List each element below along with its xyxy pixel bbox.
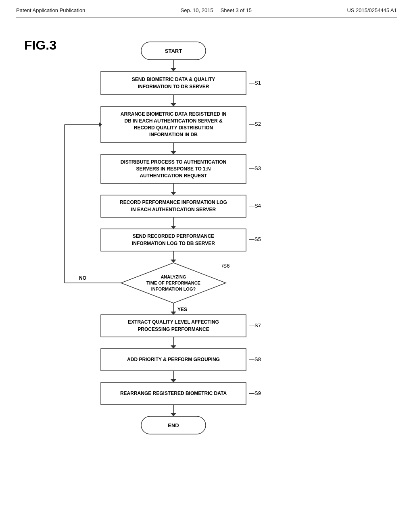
svg-marker-48 bbox=[171, 312, 176, 315]
svg-marker-31 bbox=[171, 226, 176, 229]
svg-text:YES: YES bbox=[177, 307, 187, 312]
svg-text:SEND BIOMETRIC DATA & QUALITY: SEND BIOMETRIC DATA & QUALITY bbox=[132, 77, 215, 82]
svg-text:NO: NO bbox=[79, 275, 86, 281]
svg-marker-55 bbox=[171, 345, 176, 349]
svg-text:TIME OF PERFORMANCE: TIME OF PERFORMANCE bbox=[146, 281, 200, 285]
header-left: Patent Application Publication bbox=[16, 7, 85, 13]
svg-marker-3 bbox=[171, 68, 176, 71]
svg-text:INFORMATION LOG TO DB SERVER: INFORMATION LOG TO DB SERVER bbox=[132, 241, 215, 246]
svg-marker-9 bbox=[171, 103, 176, 106]
svg-text:DISTRIBUTE PROCESS TO AUTHENTI: DISTRIBUTE PROCESS TO AUTHENTICATION bbox=[121, 159, 226, 165]
svg-marker-18 bbox=[171, 151, 176, 154]
flowchart-svg: START SEND BIOMETRIC DATA & QUALITY INFO… bbox=[24, 34, 387, 505]
svg-marker-25 bbox=[171, 192, 176, 195]
header-date: Sep. 10, 2015 bbox=[181, 7, 213, 13]
svg-text:IN EACH AUTHENTICATION SERVER: IN EACH AUTHENTICATION SERVER bbox=[131, 207, 216, 212]
svg-text:SEND RECORDED PERFORMANCE: SEND RECORDED PERFORMANCE bbox=[133, 233, 215, 239]
svg-rect-26 bbox=[101, 195, 246, 217]
svg-text:AUTHENTICATION REQUEST: AUTHENTICATION REQUEST bbox=[140, 173, 207, 179]
svg-text:—S8: —S8 bbox=[249, 356, 261, 362]
diagram-area: FIG.3 START SEND BIOMETRIC DATA & QUALIT… bbox=[0, 18, 413, 519]
svg-text:EXTRACT QUALITY LEVEL AFFECTIN: EXTRACT QUALITY LEVEL AFFECTING bbox=[128, 319, 219, 325]
svg-text:—S5: —S5 bbox=[249, 236, 261, 242]
svg-text:PROCESSING PERFORMANCE: PROCESSING PERFORMANCE bbox=[138, 326, 209, 332]
svg-text:—S9: —S9 bbox=[249, 390, 261, 396]
svg-text:SERVERS IN RESPONSE TO 1:N: SERVERS IN RESPONSE TO 1:N bbox=[136, 166, 211, 172]
svg-text:/S6: /S6 bbox=[222, 263, 230, 269]
page-header: Patent Application Publication Sep. 10, … bbox=[0, 0, 413, 17]
svg-text:—S2: —S2 bbox=[249, 121, 261, 127]
svg-text:RECORD PERFORMANCE INFORMATION: RECORD PERFORMANCE INFORMATION LOG bbox=[120, 200, 227, 205]
svg-text:START: START bbox=[165, 48, 182, 54]
svg-rect-4 bbox=[101, 71, 246, 95]
svg-rect-50 bbox=[101, 315, 246, 337]
svg-text:ARRANGE BIOMETRIC DATA REGISTE: ARRANGE BIOMETRIC DATA REGISTERED IN bbox=[121, 111, 226, 117]
svg-text:RECORD QUALITY DISTRIBUTION: RECORD QUALITY DISTRIBUTION bbox=[134, 125, 213, 131]
svg-rect-32 bbox=[101, 229, 246, 251]
svg-text:ADD PRIORITY & PERFORM GROUPIN: ADD PRIORITY & PERFORM GROUPING bbox=[127, 357, 220, 362]
header-sheet: Sheet 3 of 15 bbox=[221, 7, 252, 13]
svg-text:REARRANGE REGISTERED BIOMETRIC: REARRANGE REGISTERED BIOMETRIC DATA bbox=[120, 391, 227, 396]
svg-text:—S4: —S4 bbox=[249, 203, 261, 209]
header-center: Sep. 10, 2015 Sheet 3 of 15 bbox=[181, 7, 252, 13]
svg-text:INFORMATION LOG?: INFORMATION LOG? bbox=[151, 287, 196, 291]
svg-text:—S7: —S7 bbox=[249, 322, 261, 328]
svg-marker-60 bbox=[171, 379, 176, 382]
svg-text:DB IN EACH AUTHENTICATION SERV: DB IN EACH AUTHENTICATION SERVER & bbox=[124, 118, 222, 124]
svg-text:INFORMATION IN DB: INFORMATION IN DB bbox=[149, 132, 198, 137]
svg-marker-37 bbox=[171, 260, 176, 263]
svg-text:INFORMATION TO DB SERVER: INFORMATION TO DB SERVER bbox=[138, 84, 209, 89]
svg-marker-65 bbox=[171, 413, 176, 416]
header-right: US 2015/0254445 A1 bbox=[347, 7, 397, 13]
svg-text:END: END bbox=[168, 422, 179, 428]
svg-text:—S3: —S3 bbox=[249, 165, 261, 171]
svg-text:ANALYZING: ANALYZING bbox=[161, 274, 186, 279]
svg-text:—S1: —S1 bbox=[249, 80, 261, 86]
